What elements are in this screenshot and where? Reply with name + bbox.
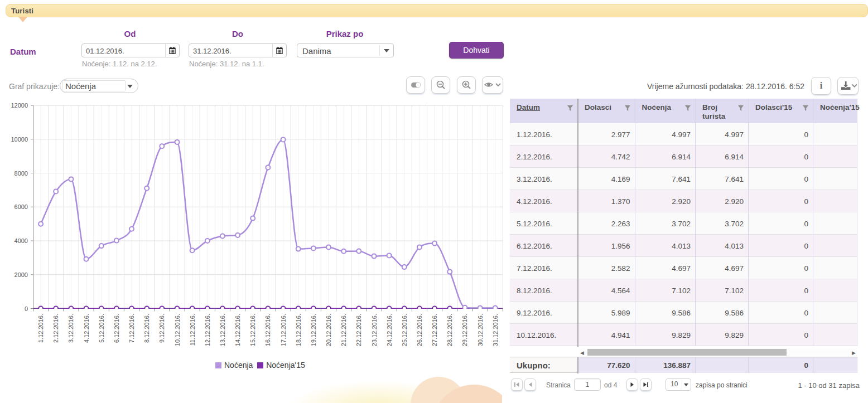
svg-text:5.12.2016.: 5.12.2016. — [98, 314, 105, 343]
svg-text:15.12.2016.: 15.12.2016. — [249, 314, 256, 346]
svg-text:27.12.2016.: 27.12.2016. — [431, 314, 438, 346]
svg-text:23.12.2016.: 23.12.2016. — [371, 314, 378, 346]
svg-text:31.12.2016.: 31.12.2016. — [492, 314, 499, 346]
svg-text:10000: 10000 — [11, 136, 28, 143]
svg-text:10.12.2016.: 10.12.2016. — [174, 314, 181, 346]
svg-text:4000: 4000 — [15, 237, 28, 244]
svg-text:8000: 8000 — [15, 170, 28, 177]
svg-text:2000: 2000 — [15, 271, 28, 278]
svg-text:11.12.2016.: 11.12.2016. — [189, 314, 196, 346]
svg-text:18.12.2016.: 18.12.2016. — [295, 314, 302, 346]
svg-text:9.12.2016.: 9.12.2016. — [158, 314, 165, 343]
svg-text:21.12.2016.: 21.12.2016. — [340, 314, 347, 346]
svg-text:13.12.2016.: 13.12.2016. — [219, 314, 226, 346]
svg-text:6000: 6000 — [15, 203, 28, 210]
svg-text:22.12.2016.: 22.12.2016. — [355, 314, 362, 346]
svg-text:25.12.2016.: 25.12.2016. — [401, 314, 408, 346]
svg-text:12000: 12000 — [11, 102, 28, 109]
svg-text:19.12.2016.: 19.12.2016. — [310, 314, 317, 346]
svg-text:16.12.2016.: 16.12.2016. — [264, 314, 271, 346]
svg-text:1.12.2016.: 1.12.2016. — [37, 314, 44, 343]
svg-text:3.12.2016.: 3.12.2016. — [67, 314, 74, 343]
svg-text:20.12.2016.: 20.12.2016. — [325, 314, 332, 346]
svg-text:30.12.2016.: 30.12.2016. — [477, 314, 484, 346]
svg-text:28.12.2016.: 28.12.2016. — [446, 314, 453, 346]
svg-text:14.12.2016.: 14.12.2016. — [234, 314, 241, 346]
svg-text:24.12.2016.: 24.12.2016. — [386, 314, 393, 346]
svg-text:26.12.2016.: 26.12.2016. — [416, 314, 423, 346]
svg-text:17.12.2016.: 17.12.2016. — [280, 314, 287, 346]
svg-text:7.12.2016.: 7.12.2016. — [128, 314, 135, 343]
svg-text:6.12.2016.: 6.12.2016. — [113, 314, 120, 343]
svg-text:2.12.2016.: 2.12.2016. — [52, 314, 59, 343]
svg-text:4.12.2016.: 4.12.2016. — [83, 314, 90, 343]
svg-text:0: 0 — [25, 305, 28, 312]
svg-text:8.12.2016.: 8.12.2016. — [143, 314, 150, 343]
svg-text:29.12.2016.: 29.12.2016. — [461, 314, 468, 346]
svg-text:12.12.2016.: 12.12.2016. — [204, 314, 211, 346]
